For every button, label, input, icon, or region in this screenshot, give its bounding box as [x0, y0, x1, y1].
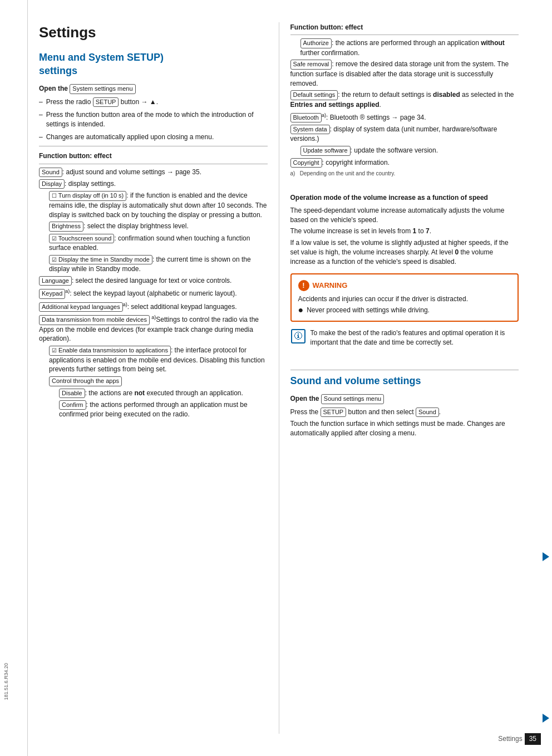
main-title: Settings	[39, 22, 268, 42]
control-through-apps-block: Control through the apps	[49, 376, 268, 386]
info-icon-inner: 🛈	[291, 329, 305, 343]
sound-badge: Sound	[39, 168, 62, 177]
touchscreen-sound-block: ☑ Touchscreen sound: confirmation sound …	[49, 234, 268, 253]
open-menu-heading: Open the System settings menu	[39, 84, 268, 94]
enable-data-transmission-badge: ☑ Enable data transmission to applicatio…	[49, 346, 171, 355]
function-button-heading-right: Function button: effect	[290, 22, 519, 35]
warning-bullet-1: ● Never proceed with settings while driv…	[298, 306, 511, 315]
operation-mode-heading: Operation mode of the volume increase as…	[290, 193, 519, 203]
info-box: 🛈 To make the best of the radio's featur…	[290, 328, 519, 350]
function-button-heading-left: Function button: effect	[39, 151, 268, 164]
system-data-block: System data: display of system data (uni…	[290, 125, 519, 144]
sound-settings-badge: Sound settings menu	[321, 394, 384, 404]
data-transmission-block: Data transmission from mobile devices a)…	[39, 314, 268, 343]
page-number-area: Settings 35	[498, 733, 541, 745]
safe-removal-badge: Safe removal	[290, 60, 332, 69]
sound-para-1: Press the SETUP button and then select S…	[290, 408, 519, 417]
right-column: Function button: effect Authorize: the a…	[279, 22, 530, 734]
language-block: Language: select the desired language fo…	[39, 276, 268, 286]
brightness-badge: Brightness	[49, 222, 83, 231]
page-number: 35	[525, 733, 541, 745]
safe-removal-block: Safe removal: remove the desired data st…	[290, 60, 519, 88]
turn-display-off-block: ☐ Turn display off (in 10 s): if the fun…	[49, 191, 268, 219]
default-settings-badge: Default settings	[290, 90, 338, 100]
left-column: Settings Menu and System SETUP)settings …	[28, 22, 279, 734]
display-time-standby-badge: ☑ Display the time in Standby mode	[49, 255, 152, 264]
data-transmission-badge: Data transmission from mobile devices	[39, 315, 150, 325]
copyright-block: Copyright: copyright information.	[290, 158, 519, 168]
section-title: Menu and System SETUP)settings	[39, 51, 268, 77]
brightness-block: Brightness: select the display brightnes…	[49, 222, 268, 231]
enable-data-transmission-block: ☑ Enable data transmission to applicatio…	[49, 346, 268, 374]
confirm-block: Confirm: the actions performed through a…	[59, 400, 268, 419]
update-software-block: Update software: update the software ver…	[290, 146, 519, 155]
content-area: Settings Menu and System SETUP)settings …	[28, 0, 530, 756]
turn-display-off-badge: ☐ Turn display off (in 10 s)	[49, 191, 126, 200]
sound-block: Sound: adjust sound and volume settings …	[39, 168, 268, 177]
info-text: To make the best of the radio's features…	[310, 328, 519, 347]
setup-badge-sound: SETUP	[321, 408, 347, 417]
bluetooth-block: Bluetootha): Bluetooth ® settings → page…	[290, 112, 519, 122]
bluetooth-badge: Bluetooth	[290, 113, 322, 122]
bullet-2: – Press the function button area of the …	[39, 110, 268, 129]
display-badge: Display	[39, 179, 65, 189]
operation-para-1: The speed-dependant volume increase auto…	[290, 206, 519, 225]
system-settings-badge: System settings menu	[70, 84, 135, 94]
open-sound-heading: Open the Sound settings menu	[290, 394, 519, 404]
nav-arrow-top	[543, 552, 549, 561]
operation-para-2: The volume increase is set in levels fro…	[290, 227, 519, 236]
control-through-apps-badge: Control through the apps	[49, 376, 122, 386]
setup-badge-1: SETUP	[93, 97, 119, 107]
keypad-badge: Keypad	[39, 289, 65, 298]
warning-box: ! WARNING Accidents and injuries can occ…	[290, 273, 519, 322]
additional-keypad-block: Additional keypad languagesa): select ad…	[39, 301, 268, 312]
operation-para-3: If a low value is set, the volume is sli…	[290, 238, 519, 266]
additional-keypad-badge: Additional keypad languages	[39, 302, 123, 312]
confirm-badge: Confirm	[59, 400, 86, 410]
warning-line-1: Accidents and injuries can occur if the …	[298, 294, 511, 304]
right-margin	[530, 0, 552, 756]
data-transmission-subitems: ☑ Enable data transmission to applicatio…	[39, 346, 268, 419]
keypad-block: Keypada): select the keypad layout (alph…	[39, 288, 268, 298]
display-block: Display: display settings.	[39, 179, 268, 189]
default-settings-block: Default settings: the return to default …	[290, 90, 519, 109]
disable-badge: Disable	[59, 389, 85, 398]
authorize-badge: Authorize	[300, 38, 332, 48]
sound-section-title: Sound and volume settings	[290, 375, 519, 387]
warning-header: ! WARNING	[298, 280, 511, 291]
display-subitems: ☐ Turn display off (in 10 s): if the fun…	[39, 191, 268, 274]
update-software-badge: Update software	[300, 146, 351, 155]
bullet-3: – Changes are automatically applied upon…	[39, 132, 268, 142]
system-data-badge: System data	[290, 125, 330, 134]
control-apps-subitems: Disable: the actions are not executed th…	[49, 389, 268, 420]
info-icon: 🛈	[290, 328, 306, 344]
sound-select-badge: Sound	[416, 408, 439, 417]
touchscreen-sound-badge: ☑ Touchscreen sound	[49, 234, 114, 243]
warning-title: WARNING	[313, 281, 348, 291]
nav-arrow-bottom	[543, 714, 549, 723]
sound-para-2: Touch the function surface in which sett…	[290, 419, 519, 438]
language-badge: Language	[39, 276, 72, 286]
page-code: 181.51.6.R34.20	[3, 663, 10, 700]
disable-block: Disable: the actions are not executed th…	[59, 389, 268, 398]
display-time-standby-block: ☑ Display the time in Standby mode: the …	[49, 255, 268, 274]
footnote: a) Depending on the unit and the country…	[290, 170, 519, 178]
page-number-label: Settings	[498, 734, 522, 744]
left-margin: 181.51.6.R34.20	[0, 0, 28, 756]
page: 181.51.6.R34.20 Settings Menu and System…	[0, 0, 552, 756]
copyright-badge: Copyright	[290, 158, 322, 168]
bullet-1: – Press the radio SETUP button → ▲.	[39, 97, 268, 107]
warning-icon: !	[298, 280, 309, 291]
authorize-block: Authorize: the actions are performed thr…	[290, 38, 519, 57]
